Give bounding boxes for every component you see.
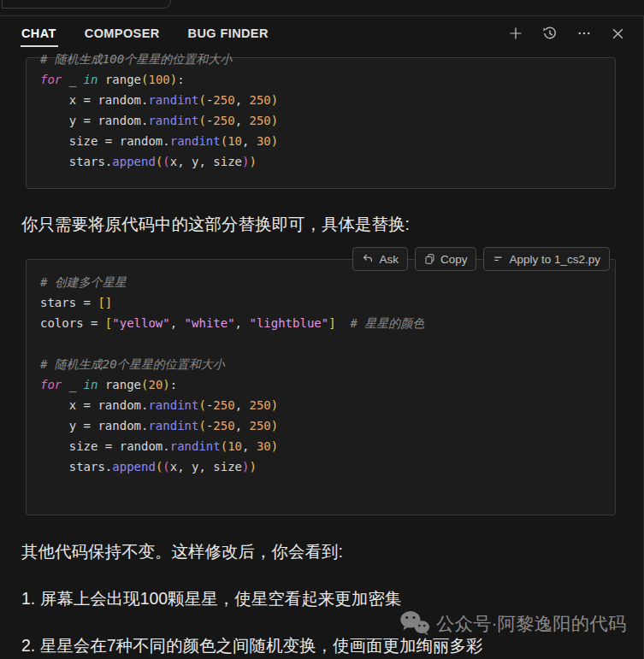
ask-button[interactable]: Ask	[352, 247, 408, 271]
more-ellipsis-icon[interactable]	[576, 26, 592, 41]
input-box-fragment	[2, 0, 171, 9]
paragraph-replace-instruction: 你只需要将原代码中的这部分替换即可，具体是替换:	[21, 213, 410, 236]
panel-actions	[508, 26, 625, 41]
close-icon[interactable]	[611, 26, 625, 41]
list-item-1: 1. 屏幕上会出现100颗星星，使星空看起来更加密集	[21, 587, 401, 610]
tab-composer[interactable]: COMPOSER	[85, 26, 160, 40]
apply-button[interactable]: Apply to 1_cs2.py	[483, 247, 610, 271]
code-block-original: # 随机生成100个星星的位置和大小for _ in range(100): x…	[26, 57, 616, 189]
watermark-text: 公众号·阿黎逸阳的代码	[436, 611, 626, 636]
tab-chat[interactable]: CHAT	[21, 26, 56, 40]
paragraph-result-intro: 其他代码保持不变。这样修改后，你会看到:	[21, 540, 343, 563]
list-item-2: 2. 星星会在7种不同的颜色之间随机变换，使画面更加绚丽多彩	[21, 634, 483, 657]
watermark: 公众号·阿黎逸阳的代码	[399, 609, 626, 637]
ask-button-label: Ask	[379, 253, 399, 266]
code-block-replacement: # 创建多个星星stars = []colors = ["yellow", "w…	[26, 259, 616, 515]
tab-group: CHAT COMPOSER BUG FINDER	[21, 26, 269, 40]
apply-button-label: Apply to 1_cs2.py	[509, 253, 600, 266]
copy-icon	[424, 253, 435, 265]
ask-arrow-icon	[362, 253, 374, 265]
copy-button-label: Copy	[440, 253, 468, 266]
history-icon[interactable]	[542, 26, 558, 41]
tab-bar: CHAT COMPOSER BUG FINDER	[0, 16, 644, 50]
copy-button[interactable]: Copy	[415, 247, 477, 271]
code-block-replacement-wrap: Ask Copy Apply to 1_cs2.py # 创建多个星星stars…	[26, 259, 616, 515]
wechat-icon	[399, 609, 430, 637]
chat-panel: CHAT COMPOSER BUG FINDER	[0, 0, 644, 659]
tab-bug-finder[interactable]: BUG FINDER	[188, 26, 269, 40]
code-action-buttons: Ask Copy Apply to 1_cs2.py	[352, 247, 610, 271]
apply-icon	[493, 254, 504, 264]
new-chat-plus-icon[interactable]	[508, 26, 523, 41]
